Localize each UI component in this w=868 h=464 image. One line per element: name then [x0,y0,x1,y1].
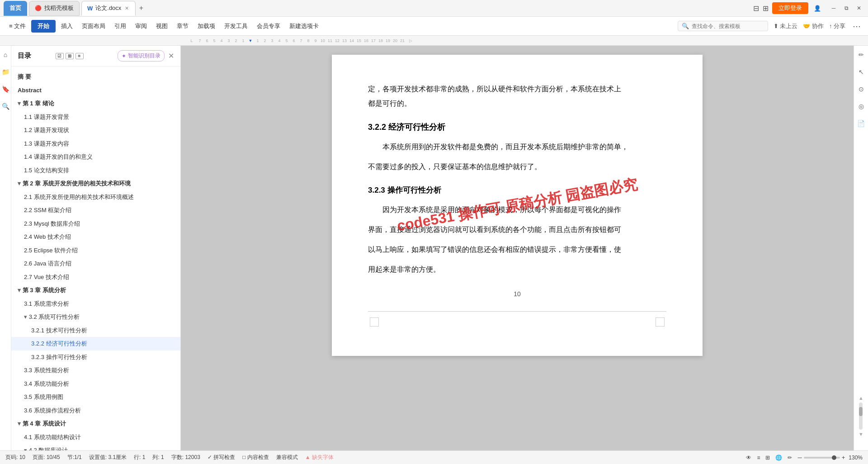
view-icon-eye[interactable]: 👁 [746,455,751,461]
menu-chapter[interactable]: 章节 [173,20,192,32]
right-tool-icon[interactable]: ⊙ [857,84,866,95]
toc-item-ch3[interactable]: ▾ 第 3 章 系统分析 [11,284,180,297]
close-button[interactable]: ✕ [854,3,864,14]
status-setvalue: 设置值: 3.1厘米 [89,454,127,461]
toc-item-ch1-1[interactable]: 1.1 课题开发背景 [11,110,180,124]
menu-layout[interactable]: 页面布局 [78,20,109,32]
add-tab-button[interactable]: + [136,3,146,14]
layout-icon[interactable]: ⊟ [753,4,759,13]
menu-insert[interactable]: 插入 [57,20,76,32]
right-cursor-icon[interactable]: ↖ [857,66,866,77]
toc-close-button[interactable]: ✕ [168,52,174,60]
toc-item-ch1-3[interactable]: 1.3 课题开发内容 [11,137,180,151]
toc-item-ch1[interactable]: ▾ 第 1 章 绪论 [11,97,180,110]
menu-newtab[interactable]: 新建选项卡 [286,20,322,32]
toc-item-ch2-7[interactable]: 2.7 Vue 技术介绍 [11,270,180,284]
toc-item-label-ch3-6: 3.6 系统操作流程分析 [24,407,81,414]
toc-item-ch1-4[interactable]: 1.4 课题开发的目的和意义 [11,150,180,164]
view-icon-grid[interactable]: ⊞ [765,455,770,461]
toc-item-ch4-1[interactable]: 4.1 系统功能结构设计 [11,431,180,444]
chapter-label: 章节 [177,22,189,30]
toc-item-label-ch3-2-3: 3.2.3 操作可行性分析 [31,354,87,360]
share-label[interactable]: ↑ 分享 [829,22,845,30]
toc-header: 目录 ☑ ⊞ ≡ ✦ 智能识别目录 ✕ [11,46,180,66]
register-button[interactable]: 立即登录 [772,2,808,14]
toc-check3[interactable]: ≡ [75,53,84,59]
search-box[interactable]: 🔍 [678,21,768,31]
menu-devtools[interactable]: 开发工具 [221,20,251,32]
template-icon: 🔴 [35,5,42,11]
zoom-out-button[interactable]: ─ [797,454,802,461]
toc-item-ch3-1[interactable]: 3.1 系统需求分析 [11,297,180,311]
font-missing-label[interactable]: ▲ 缺失字体 [305,454,334,461]
toc-item-ch2[interactable]: ▾ 第 2 章 系统开发所使用的相关技术和环境 [11,177,180,190]
page-number: 10 [368,290,666,298]
menu-premium[interactable]: 会员专享 [253,20,284,32]
right-doc-icon[interactable]: 📄 [855,118,867,129]
tab-template[interactable]: 🔴 找稻壳模板 [29,1,80,16]
content-check-btn[interactable]: □ 内容检查 [242,454,269,461]
toc-item-ch2-2[interactable]: 2.2 SSM 框架介绍 [11,204,180,217]
grid-icon[interactable]: ⊞ [763,4,769,13]
menu-file[interactable]: ≡ 文件 [5,20,29,32]
toc-item-ch3-6[interactable]: 3.6 系统操作流程分析 [11,404,180,417]
document-area[interactable]: 定，各项开发技术都非常的成熟，所以从硬件和软件方面分析，本系统在技术上 都是可行… [181,46,854,450]
toc-item-ch4-2[interactable]: ▾ 4.2 数据库设计 [11,444,180,450]
scroll-arrow-up[interactable]: ▲ [859,395,863,401]
toc-item-abstract[interactable]: Abstract [11,84,180,97]
toc-item-ch2-4[interactable]: 2.4 Web 技术介绍 [11,230,180,244]
right-edit-icon[interactable]: ✏ [857,49,866,60]
sidebar-folder-icon[interactable]: 📁 [1,67,10,76]
tab-doc-close[interactable]: ✕ [124,5,130,12]
more-button[interactable]: ⋯ [851,21,863,31]
view-icon-web[interactable]: 🌐 [775,455,782,461]
menu-reference[interactable]: 引用 [111,20,130,32]
user-avatar[interactable]: 👤 [814,5,821,12]
minimize-button[interactable]: ─ [828,3,839,14]
menu-start[interactable]: 开始 [31,20,56,33]
toc-item-ch3-2[interactable]: ▾ 3.2 系统可行性分析 [11,310,180,324]
ai-icon: ✦ [122,53,126,59]
toc-item-ch3-2-2[interactable]: 3.2.2 经济可行性分析 [11,337,180,350]
toc-item-ch1-2[interactable]: 1.2 课题开发现状 [11,123,180,137]
menu-review[interactable]: 审阅 [132,20,151,32]
tab-home[interactable]: 首页 [4,1,27,16]
collaborate-label[interactable]: 🤝 协作 [803,22,824,30]
view-icon-edit[interactable]: ✏ [788,455,792,461]
status-col: 列: 1 [152,454,164,461]
toc-item-ch3-5[interactable]: 3.5 系统用例图 [11,390,180,404]
menu-view[interactable]: 视图 [152,20,171,32]
view-icon-list[interactable]: ≡ [757,455,760,461]
tab-doc[interactable]: W 论文.docx ✕ [81,1,136,16]
toc-item-ch2-5[interactable]: 2.5 Eclipse 软件介绍 [11,244,180,257]
zoom-control[interactable]: ─ + 130% [797,454,863,461]
status-separator1: 页面: 10/45 [33,454,60,461]
scroll-arrow-down[interactable]: ▼ [859,431,863,437]
toc-item-ch3-4[interactable]: 3.4 系统功能分析 [11,377,180,391]
toc-check1[interactable]: ☑ [56,53,64,59]
left-icon-sidebar: ⌂ 📁 🔖 🔍 [0,46,11,450]
toc-item-ch3-2-1[interactable]: 3.2.1 技术可行性分析 [11,324,180,337]
toc-item-ch2-6[interactable]: 2.6 Java 语言介绍 [11,257,180,270]
sidebar-search-icon[interactable]: 🔍 [1,102,10,111]
toc-item-zhaiyao[interactable]: 摘 要 [11,70,180,84]
toc-item-label-zhaiyao: 摘 要 [18,73,31,80]
ai-recognize-button[interactable]: ✦ 智能识别目录 [118,50,165,62]
toc-item-ch3-2-3[interactable]: 3.2.3 操作可行性分析 [11,350,180,364]
spell-check-btn[interactable]: ✓ 拼写检查 [208,454,235,461]
toc-item-ch1-5[interactable]: 1.5 论文结构安排 [11,164,180,177]
toc-item-ch4[interactable]: ▾ 第 4 章 系统设计 [11,417,180,431]
menu-addons[interactable]: 加载项 [194,20,219,32]
status-bar: 页码: 10 页面: 10/45 节:1/1 设置值: 3.1厘米 行: 1 列… [0,450,868,464]
right-eye-icon[interactable]: ◎ [857,101,866,112]
zoom-in-button[interactable]: + [842,454,845,461]
restore-button[interactable]: ⧉ [841,3,852,14]
sidebar-home-icon[interactable]: ⌂ [1,50,10,59]
toc-item-ch2-1[interactable]: 2.1 系统开发所使用的相关技术和环境概述 [11,190,180,204]
cloud-save-label[interactable]: ⬆ 未上云 [774,22,798,30]
toc-check2[interactable]: ⊞ [66,53,74,59]
search-input[interactable] [692,23,755,29]
toc-item-ch3-3[interactable]: 3.3 系统性能分析 [11,364,180,377]
toc-item-ch2-3[interactable]: 2.3 Mysql 数据库介绍 [11,217,180,231]
sidebar-bookmark-icon[interactable]: 🔖 [1,85,10,94]
